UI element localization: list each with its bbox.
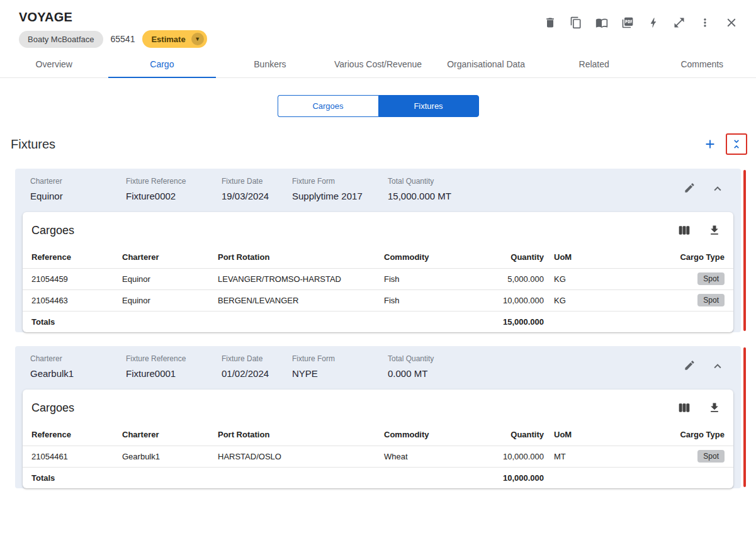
edit-icon (684, 182, 696, 194)
column-header-quantity: Quantity (473, 247, 549, 268)
download-button[interactable] (707, 223, 722, 238)
tab-related[interactable]: Related (540, 52, 648, 77)
table-row[interactable]: 21054461 Gearbulk1 HARSTAD/OSLO Wheat 10… (23, 446, 733, 467)
voyage-window: VOYAGE Boaty McBoatface 65541 Estimate ▼ (0, 0, 756, 488)
empty-cell (379, 467, 473, 488)
columns-icon (678, 401, 691, 414)
collapse-fixture-button[interactable] (709, 181, 726, 197)
voyage-number: 65541 (111, 34, 135, 44)
column-header-commodity: Commodity (379, 424, 473, 446)
totals-label: Totals (23, 311, 117, 332)
empty-cell (117, 467, 213, 488)
fixtures-section: Fixtures Charterer Equinor (0, 133, 756, 488)
chevron-up-icon (711, 182, 725, 196)
table-row[interactable]: 21054463 Equinor BERGEN/LEVANGER Fish 10… (23, 289, 733, 311)
voyage-meta-row: Boaty McBoatface 65541 Estimate ▼ (19, 30, 737, 48)
cargoes-card-head: Cargoes (23, 390, 733, 424)
more-button[interactable] (697, 15, 713, 30)
fixture-actions (682, 177, 726, 201)
empty-cell (549, 311, 599, 332)
empty-cell (599, 467, 733, 488)
cargoes-toggle-button[interactable]: Cargoes (278, 95, 378, 117)
field-value: Fixture0001 (126, 368, 222, 379)
fixture-header: Charterer Gearbulk1 Fixture Reference Fi… (15, 346, 741, 390)
collapse-all-icon (730, 138, 743, 150)
field-value: 01/02/2024 (222, 368, 292, 379)
add-fixture-button[interactable] (703, 137, 717, 151)
download-button[interactable] (707, 400, 722, 415)
focus-outline (726, 133, 747, 155)
field-value: Gearbulk1 (30, 368, 126, 379)
pdf-button[interactable] (620, 15, 635, 30)
vessel-chip[interactable]: Boaty McBoatface (19, 31, 103, 48)
cell-port-rotation: LEVANGER/TROMSO-HARSTAD (213, 268, 379, 289)
columns-button[interactable] (677, 400, 692, 415)
expand-icon (673, 16, 685, 29)
cargoes-card-actions (677, 400, 722, 415)
cargoes-card-actions (677, 223, 722, 238)
tab-bunkers[interactable]: Bunkers (216, 52, 324, 77)
header-actions (543, 14, 740, 31)
column-header-port-rotation: Port Rotation (213, 247, 379, 268)
book-button[interactable] (594, 15, 609, 30)
cell-port-rotation: HARSTAD/OSLO (213, 446, 379, 467)
empty-cell (213, 467, 379, 488)
cargoes-card: Cargoes Reference Chartere (23, 390, 733, 488)
column-header-reference: Reference (23, 424, 117, 446)
cell-reference: 21054459 (23, 268, 117, 289)
bolt-button[interactable] (646, 15, 661, 30)
collapse-fixture-button[interactable] (709, 358, 726, 374)
fixtures-toggle-button[interactable]: Fixtures (378, 95, 479, 117)
collapse-all-button[interactable] (730, 138, 743, 150)
cell-charterer: Gearbulk1 (117, 446, 213, 467)
chevron-down-icon[interactable]: ▼ (191, 33, 204, 45)
fixture-card: Charterer Gearbulk1 Fixture Reference Fi… (15, 346, 741, 488)
fixture-card: Charterer Equinor Fixture Reference Fixt… (15, 169, 741, 332)
tab-overview[interactable]: Overview (0, 52, 108, 77)
cell-cargo-type: Spot (599, 446, 733, 467)
edit-fixture-button[interactable] (682, 181, 697, 195)
column-header-uom: UoM (549, 424, 599, 446)
expand-button[interactable] (672, 15, 687, 30)
more-vert-icon (699, 16, 711, 29)
field-label: Fixture Form (292, 354, 388, 363)
fixture-field-reference: Fixture Reference Fixture0001 (126, 354, 222, 379)
bolt-icon (647, 16, 660, 29)
tab-comments[interactable]: Comments (648, 52, 756, 77)
cargo-type-chip: Spot (697, 450, 725, 463)
cell-uom: MT (549, 446, 599, 467)
cell-cargo-type: Spot (599, 268, 733, 289)
table-row[interactable]: 21054459 Equinor LEVANGER/TROMSO-HARSTAD… (23, 268, 733, 289)
column-header-cargo-type: Cargo Type (599, 247, 733, 268)
close-icon (725, 16, 738, 30)
cargoes-title: Cargoes (31, 401, 74, 415)
download-icon (708, 401, 721, 414)
cell-charterer: Equinor (117, 289, 213, 311)
edit-fixture-button[interactable] (682, 358, 697, 373)
estimate-button[interactable]: Estimate ▼ (142, 30, 206, 48)
tab-cargo[interactable]: Cargo (108, 52, 217, 77)
cell-commodity: Wheat (379, 446, 473, 467)
fixture-field-form: Fixture Form NYPE (292, 354, 388, 379)
copy-icon (570, 16, 582, 29)
close-button[interactable] (723, 14, 740, 31)
cell-quantity: 10,000.000 (473, 289, 549, 311)
cell-quantity: 10,000.000 (473, 446, 549, 467)
empty-cell (599, 311, 733, 332)
totals-quantity: 15,000.000 (473, 311, 549, 332)
tab-various-cost-revenue[interactable]: Various Cost/Revenue (324, 52, 432, 77)
copy-button[interactable] (568, 15, 584, 30)
cell-cargo-type: Spot (599, 289, 733, 311)
estimate-label: Estimate (151, 35, 185, 44)
delete-button[interactable] (543, 15, 558, 30)
fixture-actions (682, 354, 726, 379)
cell-quantity: 5,000.000 (473, 268, 549, 289)
view-toggle: Cargoes Fixtures (0, 95, 756, 117)
totals-row: Totals 15,000.000 (23, 311, 733, 332)
field-value: 0.000 MT (388, 368, 682, 379)
columns-button[interactable] (677, 223, 692, 238)
column-header-commodity: Commodity (379, 247, 473, 268)
tab-organisational-data[interactable]: Organisational Data (432, 52, 540, 77)
field-value: Supplytime 2017 (292, 191, 388, 201)
cell-uom: KG (549, 289, 599, 311)
